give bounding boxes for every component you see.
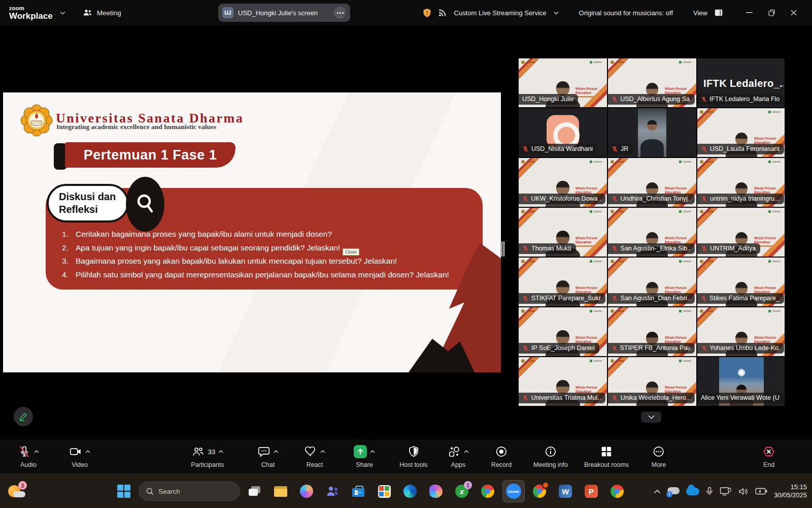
video-corner-logo [521,260,536,264]
audio-button[interactable]: Audio [18,444,39,468]
onedrive-icon[interactable] [686,488,699,495]
participant-tile[interactable]: Whole Person Education Undhira_Christian… [608,158,696,207]
copilot-button[interactable] [295,480,318,502]
participant-narrow-video [638,108,666,157]
participant-tile[interactable]: Whole Person Education STIPER FB_Antonia… [608,307,696,356]
taskbar-search[interactable] [139,482,240,501]
record-icon [495,445,508,458]
chrome-profile-button[interactable] [528,480,551,502]
chevron-up-icon[interactable] [85,450,90,453]
taskbar-clock[interactable]: 15:15 30/05/2025 [774,483,807,499]
tab-shared-screen-label: USD_Hongki Julie's screen [238,9,329,17]
apps-button[interactable]: Apps [448,444,469,468]
start-button[interactable] [113,480,135,502]
copilot-app-button[interactable] [425,480,447,502]
live-stream-icon [438,9,447,17]
participant-tile[interactable]: Whole Person Education San Agustin-_Efri… [608,208,696,257]
participant-tile[interactable]: Whole Person Education USD_Nisita Wardha… [519,108,607,157]
participant-tile[interactable]: Whole Person Education UKW_Kristoforus D… [519,158,607,207]
participant-tile[interactable]: Whole Person Education IFTK Ledalero_...… [697,58,785,107]
panel-resize-handle[interactable] [501,241,505,257]
minimize-button[interactable] [738,0,760,25]
tab-more-options-icon[interactable] [334,7,346,19]
video-corner-logo [679,210,692,214]
participant-tile[interactable]: Whole Person Education STIKFAT Parepare_… [519,258,607,306]
m365-button[interactable] [373,480,395,502]
search-input[interactable] [158,488,229,495]
chrome-button[interactable] [477,480,499,502]
file-explorer-button[interactable] [269,480,292,502]
tray-mic-icon[interactable] [706,487,713,496]
question-item: 1.Ceritakan bagaimana proses yang bapak/… [62,228,474,241]
share-icon [354,445,367,458]
meeting-info-button[interactable]: Meeting info [533,444,568,468]
participant-tile[interactable]: Whole Person Education UNTRIM_Aditya [697,208,785,257]
participant-tile[interactable]: Whole Person Education Yohanes Umbu Lede… [697,307,785,356]
participant-tile[interactable]: Whole Person Education IP SoE_Joseph Dan… [519,307,607,356]
zoom-icon: zoom [506,484,521,499]
powerpoint-button[interactable]: P [580,480,602,502]
participants-button[interactable]: 33 Participants [191,444,224,468]
weather-widget[interactable]: 3 [6,481,28,501]
participant-tile[interactable]: Whole Person Education USD_Albertus Agun… [608,58,696,107]
participant-tile[interactable]: Whole Person Education San Agustin_Dian … [608,258,696,306]
microsoft-store-button[interactable] [347,480,369,502]
chevron-up-icon[interactable] [218,450,223,453]
participant-tile[interactable]: Whole Person Education USD_Hongki Julie [519,58,607,107]
chevron-up-icon[interactable] [34,450,39,453]
more-button[interactable]: More [652,444,666,468]
battery-icon[interactable] [755,488,767,495]
participant-name: Universitas Triatma Mul... [531,394,601,401]
chrome-icon [611,485,624,498]
tray-chevron-up-icon[interactable] [654,489,661,494]
teams-button[interactable] [321,480,344,502]
chevron-up-icon[interactable] [274,450,279,453]
record-button[interactable]: Record [491,444,512,468]
participant-tile[interactable]: Whole Person Education Stikes Fatima Par… [697,258,785,306]
video-corner-logo [521,60,536,65]
chat-button[interactable]: Chat [257,444,279,468]
workspace-chevron-down-icon[interactable] [60,11,65,15]
participant-tile[interactable]: Whole Person Education USD_Lauda Feronia… [697,108,785,157]
chevron-up-icon[interactable] [370,450,375,453]
security-shield-icon[interactable] [423,8,431,18]
react-button[interactable]: React [304,444,325,468]
tab-shared-screen[interactable]: UJ USD_Hongki Julie's screen [218,4,350,22]
speaker-icon[interactable] [738,487,749,496]
end-meeting-button[interactable]: End [762,444,775,468]
close-button[interactable] [783,0,805,25]
breakout-rooms-button[interactable]: Breakout rooms [584,444,629,468]
xbox-button[interactable]: x1 [451,480,473,502]
streaming-service-label[interactable]: Custom Live Streaming Service [454,9,547,17]
participant-name: JR [621,145,628,152]
display-icon[interactable] [720,487,732,496]
session-banner: Pertemuan 1 Fase 1 [65,142,235,168]
original-sound-status[interactable]: Original sound for musicians: off [579,9,673,17]
participant-tile[interactable]: Whole Person Education Unika Weetebula_H… [608,357,696,406]
streaming-chevron-down-icon[interactable] [554,11,559,15]
scroll-participants-button[interactable] [641,411,661,423]
edge-button[interactable] [399,480,421,502]
zoom-app-button[interactable]: zoom [502,480,525,502]
tab-meeting[interactable]: Meeting [83,9,121,17]
word-button[interactable]: W [554,480,577,502]
video-button[interactable]: Video [69,444,90,468]
chrome-button-2[interactable] [606,480,628,502]
share-screen-button[interactable]: Share [354,444,375,468]
participant-tile[interactable]: Whole Person Education Alice Yeni Verawa… [697,357,785,406]
maximize-button[interactable] [760,0,783,25]
video-corner-logo [700,110,715,114]
view-layout-icon[interactable] [715,9,723,16]
task-view-button[interactable] [244,480,266,502]
chevron-up-icon[interactable] [464,450,469,453]
chevron-up-icon[interactable] [320,450,325,453]
participant-tile[interactable]: Whole Person Education Universitas Triat… [519,357,607,406]
participant-tile[interactable]: Whole Person Education Thomas Mukti [519,208,607,257]
view-button-label[interactable]: View [693,9,707,17]
participant-tile[interactable]: Whole Person Education untrim_nidya tria… [697,158,785,207]
annotate-button[interactable] [14,407,33,426]
participant-name: UKW_Kristoforus Dowa ... [531,195,600,202]
cloud-info-icon[interactable]: i [667,487,680,496]
host-tools-button[interactable]: Host tools [399,444,428,468]
participant-tile[interactable]: Whole Person Education JR [608,108,696,157]
